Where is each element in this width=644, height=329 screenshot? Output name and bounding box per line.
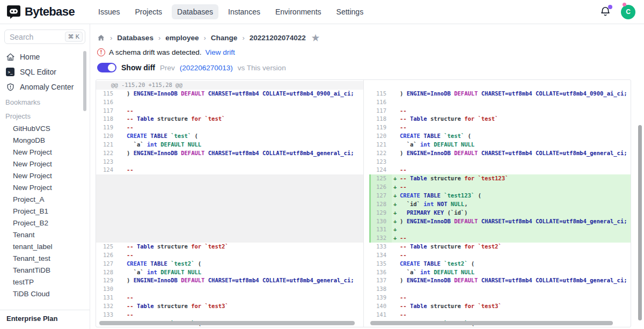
diff-editor[interactable]: @@ -115,20 +115,28 @@115) ENGINE=InnoDB … xyxy=(96,79,631,327)
breadcrumb-separator: › xyxy=(204,34,206,42)
project-item[interactable]: New Project xyxy=(0,146,90,158)
nav-projects[interactable]: Projects xyxy=(130,4,168,19)
project-item[interactable]: New Project xyxy=(0,170,90,181)
diff-line: 128 `a` int DEFAULT NULL xyxy=(96,268,363,277)
diff-line: 133-- xyxy=(96,311,363,319)
notification-bell-icon[interactable] xyxy=(599,6,611,18)
project-item[interactable]: tenant_label xyxy=(0,240,90,252)
bookmark-star-icon[interactable]: ★ xyxy=(312,33,319,43)
diff-line-added: 127+CREATE TABLE `test123` ( xyxy=(369,192,631,200)
nav-environments[interactable]: Environments xyxy=(270,4,327,19)
line-number: 130 xyxy=(96,285,119,294)
breadcrumb-databases[interactable]: Databases xyxy=(117,34,153,42)
project-item[interactable]: Tenant xyxy=(0,229,90,240)
diff-toolbar: Show diff Prev (202206270013) vs This ve… xyxy=(97,63,644,72)
diff-line: 115) ENGINE=InnoDB DEFAULT CHARSET=utf8m… xyxy=(369,90,631,98)
line-number: 126 xyxy=(96,251,119,260)
project-item[interactable]: TiDB Cloud xyxy=(0,288,90,299)
diff-line-added: 132+-- xyxy=(369,234,631,243)
diff-line: 140-- Table structure for `test3` xyxy=(369,302,631,311)
breadcrumb-separator: › xyxy=(158,34,160,42)
page-vertical-scrollbar[interactable] xyxy=(638,125,642,320)
prev-version-link[interactable]: (202206270013) xyxy=(180,64,233,72)
diff-line: 115) ENGINE=InnoDB DEFAULT CHARSET=utf8m… xyxy=(96,90,363,98)
diff-pane-current[interactable]: 115) ENGINE=InnoDB DEFAULT CHARSET=utf8m… xyxy=(369,80,631,327)
diff-sash[interactable] xyxy=(364,80,369,327)
project-item[interactable]: New Project xyxy=(0,158,90,170)
project-item[interactable]: New Project xyxy=(0,181,90,193)
line-number: 127 xyxy=(369,192,392,200)
project-item[interactable]: Project_B2 xyxy=(0,217,90,229)
project-item[interactable]: Project_B1 xyxy=(0,205,90,217)
diff-line: 124-- xyxy=(96,166,363,174)
project-item[interactable]: TenantTiDB xyxy=(0,264,90,276)
diff-line: 138 xyxy=(369,285,631,294)
sidebar-item-label: Anomaly Center xyxy=(20,83,74,91)
sidebar: Search ⌘ K Home >_ SQL Editor Anomaly Ce… xyxy=(0,24,90,329)
line-number: 131 xyxy=(96,294,119,302)
breadcrumb-separator: › xyxy=(110,34,112,42)
nav-instances[interactable]: Instances xyxy=(223,4,266,19)
project-item[interactable]: Tenant_test xyxy=(0,252,90,264)
horizontal-scrollbar-right[interactable] xyxy=(370,321,613,325)
diff-line: 121 `a` int DEFAULT NULL xyxy=(96,141,363,149)
breadcrumb-employee[interactable]: employee xyxy=(165,34,199,42)
diff-line: 127CREATE TABLE `test2` ( xyxy=(96,260,363,268)
brand-name: Bytebase xyxy=(25,5,75,19)
line-number: 136 xyxy=(369,268,392,277)
line-number: 124 xyxy=(96,166,119,174)
nav-databases[interactable]: Databases xyxy=(172,4,218,19)
alert-exclamation-icon: ! xyxy=(97,48,105,56)
nav-issues[interactable]: Issues xyxy=(93,4,125,19)
avatar-status-dot xyxy=(623,3,626,6)
diff-hunk-header xyxy=(369,81,631,90)
breadcrumb-version[interactable]: 20221202074022 xyxy=(250,34,306,42)
diff-line: 116 xyxy=(96,98,363,107)
line-number: 121 xyxy=(96,141,119,149)
diff-line: 117-- xyxy=(96,107,363,115)
breadcrumb-home-icon[interactable] xyxy=(97,34,105,42)
show-diff-toggle[interactable] xyxy=(97,63,116,72)
plan-label: Enterprise Plan xyxy=(0,310,90,329)
diff-placeholder-block xyxy=(96,174,363,243)
line-number: 140 xyxy=(369,302,392,311)
diff-line: 135CREATE TABLE `test2` ( xyxy=(369,260,631,268)
breadcrumb-change[interactable]: Change xyxy=(211,34,238,42)
diff-line: 124-- xyxy=(369,166,631,174)
terminal-icon: >_ xyxy=(5,67,15,77)
line-number: 123 xyxy=(369,158,392,166)
sidebar-item-anomaly-center[interactable]: Anomaly Center xyxy=(0,79,90,94)
project-item[interactable]: testTP xyxy=(0,276,90,288)
line-number: 128 xyxy=(96,268,119,277)
diff-line: 137) ENGINE=InnoDB DEFAULT CHARSET=utf8m… xyxy=(369,276,631,285)
search-input[interactable]: Search ⌘ K xyxy=(4,30,85,44)
horizontal-scrollbar-left[interactable] xyxy=(99,321,355,325)
diff-line: 125-- Table structure for `test2` xyxy=(96,243,363,251)
vs-this-version-label: vs This version xyxy=(238,64,286,72)
line-number: 139 xyxy=(369,294,392,302)
nav-settings[interactable]: Settings xyxy=(331,4,369,19)
diff-line: 134-- xyxy=(369,251,631,260)
line-number: 118 xyxy=(369,115,392,123)
diff-line-added: 131+ xyxy=(369,225,631,234)
project-item[interactable]: Project_A xyxy=(0,193,90,205)
avatar-initial: C xyxy=(626,8,631,16)
sidebar-scrollbar[interactable] xyxy=(83,51,86,111)
avatar[interactable]: C xyxy=(621,5,635,19)
line-number: 138 xyxy=(369,285,392,294)
diff-pane-previous[interactable]: @@ -115,20 +115,28 @@115) ENGINE=InnoDB … xyxy=(96,80,364,327)
project-item[interactable]: MongoDB xyxy=(0,134,90,146)
line-number: 116 xyxy=(96,98,119,107)
line-number: 124 xyxy=(369,166,392,174)
line-number: 126 xyxy=(369,183,392,192)
bytebase-logo[interactable]: Bytebase xyxy=(6,5,75,19)
diff-line: 123 xyxy=(96,158,363,166)
view-drift-link[interactable]: View drift xyxy=(206,48,235,56)
diff-line: 116 xyxy=(369,98,631,107)
line-number: 116 xyxy=(369,98,392,107)
line-number: 127 xyxy=(96,260,119,268)
sidebar-item-home[interactable]: Home xyxy=(0,49,90,64)
diff-line: 136 `a` int DEFAULT NULL xyxy=(369,268,631,277)
sidebar-item-sql-editor[interactable]: >_ SQL Editor xyxy=(0,64,90,79)
project-item[interactable]: GitHubVCS xyxy=(0,122,90,134)
